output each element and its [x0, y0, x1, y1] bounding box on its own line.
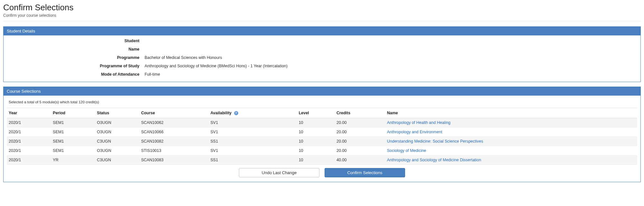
- confirm-selections-button[interactable]: Confirm Selections: [325, 168, 405, 177]
- course-selections-header: Course Selections: [4, 87, 640, 96]
- cell-year: 2020/1: [7, 155, 51, 165]
- student-details-panel: Student Details Student Name Programme B…: [3, 26, 641, 82]
- page-subtitle: Confirm your course selections: [3, 13, 641, 18]
- course-table: Year Period Status Course Availability ?…: [7, 108, 637, 165]
- course-name-link[interactable]: Anthropology and Environment: [387, 130, 442, 134]
- col-header-period: Period: [51, 108, 95, 118]
- cell-credits: 20.00: [335, 118, 385, 127]
- value-programme-of-study: Anthropology and Sociology of Medicine (…: [142, 62, 637, 70]
- course-name-link[interactable]: Anthropology of Health and Healing: [387, 120, 450, 125]
- cell-period: SEM1: [51, 118, 95, 127]
- detail-row-name: Name: [7, 45, 637, 53]
- cell-year: 2020/1: [7, 118, 51, 127]
- col-header-level: Level: [297, 108, 335, 118]
- cell-availability: SS1: [209, 137, 297, 146]
- cell-status: O3UGN: [95, 127, 139, 137]
- cell-credits: 40.00: [335, 155, 385, 165]
- course-name-link[interactable]: Understanding Medicine: Social Science P…: [387, 139, 483, 144]
- cell-period: SEM1: [51, 146, 95, 155]
- cell-level: 10: [297, 127, 335, 137]
- cell-name: Sociology of Medicine: [385, 146, 637, 155]
- student-details-body: Student Name Programme Bachelor of Medic…: [4, 35, 640, 82]
- label-name: Name: [7, 45, 142, 53]
- cell-name: Anthropology and Sociology of Medicine D…: [385, 155, 637, 165]
- course-selections-body: Selected a total of 5 module(s) which to…: [4, 96, 640, 182]
- value-student: [142, 37, 637, 45]
- value-programme: Bachelor of Medical Sciences with Honour…: [142, 53, 637, 62]
- course-selections-panel: Course Selections Selected a total of 5 …: [3, 87, 641, 182]
- cell-status: O3UGN: [95, 146, 139, 155]
- label-programme: Programme: [7, 53, 142, 62]
- undo-last-change-button[interactable]: Undo Last Change: [239, 168, 319, 177]
- cell-availability: SS1: [209, 155, 297, 165]
- cell-name: Understanding Medicine: Social Science P…: [385, 137, 637, 146]
- value-name: [142, 45, 637, 53]
- cell-level: 10: [297, 137, 335, 146]
- table-row: 2020/1 SEM1 O3UGN SCAN10062 SV1 10 20.00…: [7, 118, 637, 127]
- table-row: 2020/1 SEM1 O3UGN SCAN10066 SV1 10 20.00…: [7, 127, 637, 137]
- cell-year: 2020/1: [7, 127, 51, 137]
- cell-availability: SV1: [209, 127, 297, 137]
- cell-name: Anthropology and Environment: [385, 127, 637, 137]
- detail-row-programme: Programme Bachelor of Medical Sciences w…: [7, 53, 637, 62]
- course-table-body: 2020/1 SEM1 O3UGN SCAN10062 SV1 10 20.00…: [7, 118, 637, 165]
- cell-course: SCAN10083: [139, 155, 208, 165]
- cell-course: SCAN10066: [139, 127, 208, 137]
- actions-row: Undo Last Change Confirm Selections: [7, 165, 637, 179]
- page-title: Confirm Selections: [3, 3, 641, 13]
- cell-year: 2020/1: [7, 146, 51, 155]
- info-icon[interactable]: ?: [234, 111, 238, 115]
- col-header-credits: Credits: [335, 108, 385, 118]
- cell-status: C3UGN: [95, 137, 139, 146]
- value-mode-of-attendance: Full-time: [142, 70, 637, 79]
- cell-level: 10: [297, 118, 335, 127]
- cell-availability: SV1: [209, 118, 297, 127]
- label-mode-of-attendance: Mode of Attendance: [7, 70, 142, 79]
- col-header-year: Year: [7, 108, 51, 118]
- cell-availability: SV1: [209, 146, 297, 155]
- table-row: 2020/1 YR C3UGN SCAN10083 SS1 10 40.00 A…: [7, 155, 637, 165]
- cell-credits: 20.00: [335, 137, 385, 146]
- student-details-header: Student Details: [4, 27, 640, 35]
- cell-credits: 20.00: [335, 146, 385, 155]
- table-row: 2020/1 SEM1 O3UGN STIS10013 SV1 10 20.00…: [7, 146, 637, 155]
- label-programme-of-study: Programme of Study: [7, 62, 142, 70]
- divider: [3, 21, 641, 21]
- cell-course: SCAN10082: [139, 137, 208, 146]
- cell-status: C3UGN: [95, 155, 139, 165]
- selection-summary: Selected a total of 5 module(s) which to…: [7, 97, 637, 108]
- course-name-link[interactable]: Anthropology and Sociology of Medicine D…: [387, 158, 481, 162]
- cell-credits: 20.00: [335, 127, 385, 137]
- course-name-link[interactable]: Sociology of Medicine: [387, 148, 426, 153]
- cell-level: 10: [297, 155, 335, 165]
- col-header-status: Status: [95, 108, 139, 118]
- detail-row-programme-of-study: Programme of Study Anthropology and Soci…: [7, 62, 637, 70]
- table-row: 2020/1 SEM1 C3UGN SCAN10082 SS1 10 20.00…: [7, 137, 637, 146]
- cell-course: STIS10013: [139, 146, 208, 155]
- cell-period: YR: [51, 155, 95, 165]
- col-header-course: Course: [139, 108, 208, 118]
- cell-period: SEM1: [51, 127, 95, 137]
- detail-row-student: Student: [7, 37, 637, 45]
- detail-row-mode-of-attendance: Mode of Attendance Full-time: [7, 70, 637, 79]
- student-details-table: Student Name Programme Bachelor of Medic…: [7, 37, 637, 79]
- col-header-availability-label: Availability: [211, 111, 232, 115]
- col-header-availability: Availability ?: [209, 108, 297, 118]
- cell-period: SEM1: [51, 137, 95, 146]
- cell-course: SCAN10062: [139, 118, 208, 127]
- course-table-header-row: Year Period Status Course Availability ?…: [7, 108, 637, 118]
- label-student: Student: [7, 37, 142, 45]
- cell-level: 10: [297, 146, 335, 155]
- page-header: Confirm Selections Confirm your course s…: [3, 3, 641, 18]
- cell-status: O3UGN: [95, 118, 139, 127]
- cell-name: Anthropology of Health and Healing: [385, 118, 637, 127]
- col-header-name: Name: [385, 108, 637, 118]
- cell-year: 2020/1: [7, 137, 51, 146]
